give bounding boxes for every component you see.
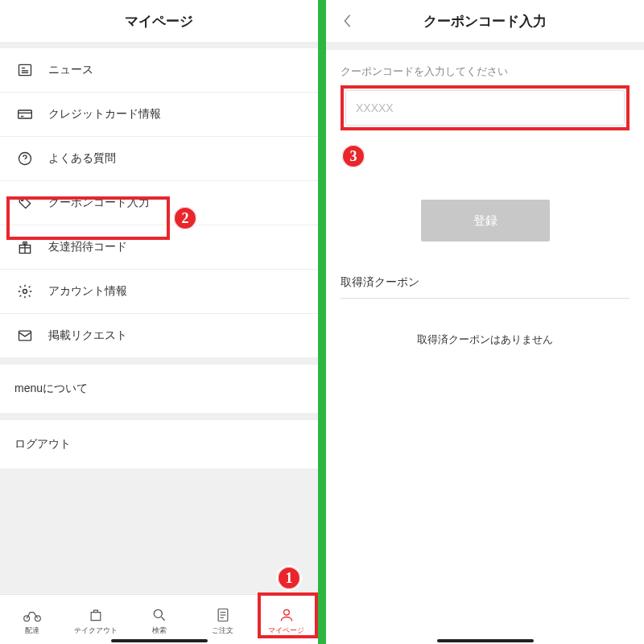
menu-item-faq[interactable]: よくある質問 bbox=[0, 137, 318, 181]
nav-label: ご注文 bbox=[212, 625, 233, 636]
svg-rect-14 bbox=[19, 331, 31, 341]
nav-delivery[interactable]: 配達 bbox=[0, 595, 64, 644]
bike-icon bbox=[23, 606, 42, 624]
annotation-highlight-3 bbox=[341, 85, 630, 130]
svg-point-23 bbox=[283, 609, 289, 615]
back-button[interactable] bbox=[336, 9, 360, 33]
menu-label: アカウント情報 bbox=[48, 284, 127, 299]
annotation-badge-2: 2 bbox=[172, 205, 198, 231]
screen-mypage: マイページ ニュース クレジットカード情報 bbox=[0, 0, 318, 644]
page-title: マイページ bbox=[125, 12, 193, 31]
menu-label: クーポンコード入力 bbox=[48, 196, 150, 210]
menu-item-about[interactable]: menuについて bbox=[0, 365, 318, 414]
svg-point-9 bbox=[22, 200, 23, 201]
menu-label: ニュース bbox=[48, 63, 93, 77]
svg-point-13 bbox=[23, 290, 27, 294]
annotation-badge-3: 3 bbox=[341, 143, 366, 169]
card-icon bbox=[14, 106, 35, 122]
screen-divider bbox=[318, 0, 326, 644]
mail-icon bbox=[14, 328, 35, 344]
menu-label: menuについて bbox=[14, 382, 88, 396]
nav-label: 検索 bbox=[152, 625, 167, 636]
order-icon bbox=[215, 606, 231, 624]
screen-coupon: クーポンコード入力 クーポンコードを入力してください 3 登録 取得済クーポン … bbox=[326, 0, 644, 644]
svg-rect-4 bbox=[19, 110, 32, 118]
header: マイページ bbox=[0, 0, 318, 42]
home-indicator bbox=[437, 639, 534, 642]
form-label: クーポンコードを入力してください bbox=[341, 64, 630, 79]
nav-label: マイページ bbox=[268, 625, 304, 636]
separator bbox=[0, 42, 318, 48]
separator bbox=[0, 358, 318, 365]
menu-label: クレジットカード情報 bbox=[48, 107, 161, 122]
header: クーポンコード入力 bbox=[326, 0, 644, 42]
menu-label: よくある質問 bbox=[48, 151, 116, 166]
separator bbox=[326, 42, 644, 50]
menu-label: 友達招待コード bbox=[48, 240, 127, 254]
gear-icon bbox=[14, 283, 35, 299]
section-title: 取得済クーポン bbox=[341, 275, 630, 299]
separator bbox=[0, 414, 318, 420]
nav-label: テイクアウト bbox=[74, 625, 118, 636]
news-icon bbox=[14, 62, 35, 78]
menu-item-logout[interactable]: ログアウト bbox=[0, 420, 318, 469]
bag-icon bbox=[88, 606, 104, 624]
menu-list: ニュース クレジットカード情報 よくある質問 クーポ bbox=[0, 48, 318, 358]
nav-takeout[interactable]: テイクアウト bbox=[64, 595, 127, 644]
nav-search[interactable]: 検索 bbox=[127, 595, 191, 644]
coupon-form: クーポンコードを入力してください 3 登録 取得済クーポン 取得済クーポンはあり… bbox=[326, 50, 644, 361]
submit-button[interactable]: 登録 bbox=[421, 200, 550, 242]
svg-point-17 bbox=[154, 609, 162, 617]
menu-item-account[interactable]: アカウント情報 bbox=[0, 270, 318, 314]
empty-state-text: 取得済クーポンはありません bbox=[341, 332, 630, 347]
nav-mypage[interactable]: マイページ bbox=[254, 595, 318, 644]
menu-label: ログアウト bbox=[14, 437, 71, 452]
home-indicator bbox=[111, 639, 208, 642]
nav-order[interactable]: ご注文 bbox=[191, 595, 254, 644]
page-title: クーポンコード入力 bbox=[423, 12, 547, 31]
coupon-code-input[interactable] bbox=[345, 90, 625, 126]
gift-icon bbox=[14, 239, 35, 255]
annotation-badge-1: 1 bbox=[276, 565, 302, 591]
bottom-nav: 配達 テイクアウト 検索 ご注文 bbox=[0, 594, 318, 644]
tag-icon bbox=[14, 195, 35, 211]
svg-rect-0 bbox=[19, 64, 31, 75]
nav-label: 配達 bbox=[25, 625, 39, 636]
svg-line-18 bbox=[161, 617, 164, 621]
menu-item-coupon[interactable]: クーポンコード入力 bbox=[0, 181, 318, 225]
menu-item-news[interactable]: ニュース bbox=[0, 48, 318, 93]
menu-item-request[interactable]: 掲載リクエスト bbox=[0, 314, 318, 358]
menu-item-credit[interactable]: クレジットカード情報 bbox=[0, 93, 318, 137]
user-icon bbox=[279, 606, 295, 624]
menu-label: 掲載リクエスト bbox=[48, 328, 127, 343]
search-icon bbox=[151, 606, 167, 624]
menu-item-invite[interactable]: 友達招待コード bbox=[0, 225, 318, 270]
help-icon bbox=[14, 151, 35, 167]
